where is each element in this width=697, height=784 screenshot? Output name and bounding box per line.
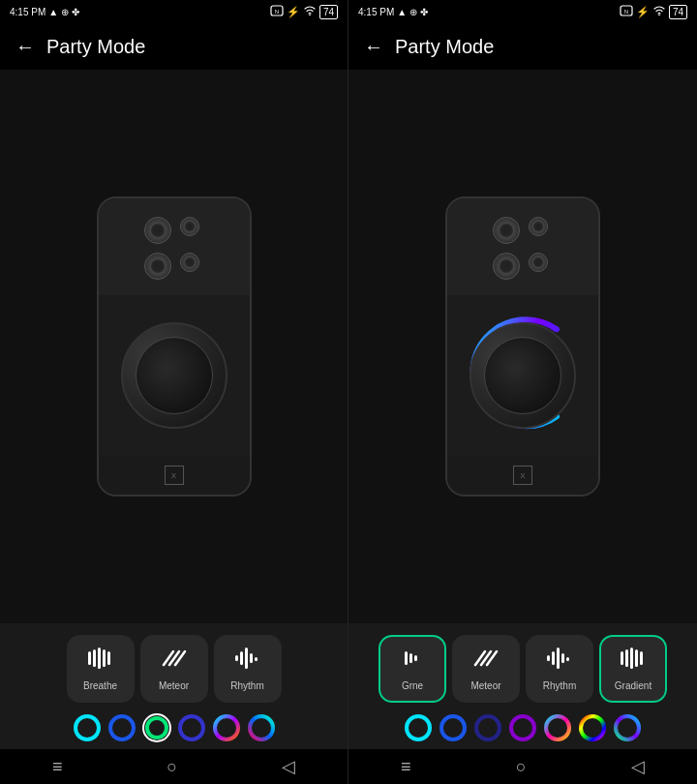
svg-point-2 — [309, 15, 311, 16]
svg-rect-35 — [561, 653, 564, 663]
page-title-left: Party Mode — [46, 36, 145, 58]
gradient-icon — [619, 648, 648, 675]
nav-home-right[interactable]: ○ — [516, 757, 527, 777]
grne-icon — [401, 648, 424, 675]
svg-rect-36 — [566, 657, 569, 661]
svg-point-46 — [546, 716, 569, 739]
camera-lens-3 — [144, 253, 171, 280]
mode-btn-rhythm-left[interactable]: Rhythm — [214, 635, 282, 703]
mode-buttons-left: Breathe Meteor — [8, 635, 340, 703]
color-rings-right — [356, 712, 689, 743]
alert-icon: ▲ — [48, 7, 58, 17]
status-bar-left: 4:15 PM ▲ ⊕ ✤ N ⚡ — [0, 0, 348, 23]
back-button-right[interactable]: ← — [364, 36, 383, 58]
header-left: ← Party Mode — [0, 23, 348, 70]
meteor-icon-right — [471, 648, 500, 675]
phone-body-left — [99, 295, 250, 456]
grne-label: Grne — [402, 680, 423, 691]
mode-buttons-right: Grne Meteor — [356, 635, 689, 703]
breathe-icon — [86, 648, 115, 675]
svg-rect-39 — [630, 648, 633, 669]
svg-text:N: N — [275, 9, 279, 15]
rhythm-icon-right — [545, 648, 574, 675]
ring-darkblue-r[interactable] — [472, 712, 503, 743]
camera-grid-left — [144, 217, 212, 285]
ring-gradient-1a[interactable] — [211, 712, 242, 743]
nav-back-left[interactable]: ◁ — [282, 756, 295, 777]
svg-rect-11 — [235, 655, 238, 661]
mode-btn-grne[interactable]: Grne — [379, 635, 446, 703]
page-title-right: Party Mode — [395, 36, 494, 58]
brand-logo-right: X — [513, 466, 532, 485]
ring-cyan-1[interactable] — [72, 712, 103, 743]
svg-point-20 — [180, 716, 203, 739]
nav-menu-left[interactable]: ≡ — [52, 757, 63, 777]
ring-blue-1[interactable] — [106, 712, 137, 743]
ring-darkblue-1[interactable] — [176, 712, 207, 743]
bottom-panel-right: Grne Meteor — [348, 623, 697, 749]
left-screen: 4:15 PM ▲ ⊕ ✤ N ⚡ — [0, 0, 348, 784]
nav-menu-right[interactable]: ≡ — [401, 757, 411, 777]
rhythm-label-left: Rhythm — [230, 680, 263, 691]
mode-btn-meteor-left[interactable]: Meteor — [140, 635, 208, 703]
nfc-icon-right: N — [620, 5, 633, 18]
svg-point-16 — [76, 716, 99, 739]
bluetooth-icon-left: ⚡ — [287, 6, 300, 18]
ring-cyan-r[interactable] — [403, 712, 434, 743]
mode-btn-meteor-right[interactable]: Meteor — [452, 635, 520, 703]
svg-rect-15 — [255, 657, 258, 661]
camera-lens-4 — [180, 253, 199, 272]
meteor-label-left: Meteor — [159, 680, 189, 691]
ring-multicolor-r[interactable] — [577, 712, 608, 743]
ring-gradient-r3[interactable] — [612, 712, 643, 743]
nav-bar-left: ≡ ○ ◁ — [0, 749, 348, 784]
nav-home-left[interactable]: ○ — [167, 757, 177, 777]
svg-point-42 — [407, 716, 430, 739]
status-bar-right: 4:15 PM ▲ ⊕ ✤ N ⚡ — [348, 0, 697, 23]
svg-rect-34 — [557, 648, 560, 669]
svg-point-47 — [581, 716, 604, 739]
mode-btn-rhythm-right[interactable]: Rhythm — [526, 635, 593, 703]
time-right: 4:15 PM — [358, 7, 394, 17]
header-right: ← Party Mode — [348, 23, 697, 70]
nav-bar-right: ≡ ○ ◁ — [348, 749, 697, 784]
phone-display-left: X — [0, 70, 348, 623]
svg-rect-5 — [98, 648, 101, 669]
svg-point-44 — [476, 716, 500, 739]
alert-icon-right: ▲ — [397, 7, 407, 17]
phone-bottom-left: X — [99, 456, 250, 495]
ring-blue-r[interactable] — [438, 712, 469, 743]
svg-rect-6 — [103, 649, 106, 667]
svg-rect-37 — [621, 651, 623, 665]
mode-btn-breathe[interactable]: Breathe — [67, 635, 135, 703]
svg-rect-40 — [635, 649, 638, 667]
svg-point-22 — [250, 716, 273, 739]
phone-mockup-right: X — [445, 196, 600, 497]
svg-point-21 — [215, 716, 238, 739]
ring-gradient-2a[interactable] — [246, 712, 277, 743]
svg-point-25 — [658, 15, 660, 16]
battery-right: 74 — [669, 5, 687, 19]
back-button-left[interactable]: ← — [15, 36, 35, 58]
speaker-inner-right — [484, 337, 561, 414]
mode-btn-gradient[interactable]: Gradient — [599, 635, 667, 703]
signal-icon-right: ⊕ — [409, 7, 417, 17]
nav-back-right[interactable]: ◁ — [631, 756, 645, 777]
ring-gradient-r1[interactable] — [542, 712, 573, 743]
svg-text:N: N — [624, 9, 628, 15]
speaker-inner-left — [136, 337, 213, 414]
camera-lens-r1 — [493, 217, 520, 244]
svg-rect-3 — [88, 651, 91, 665]
camera-lens-r2 — [529, 217, 548, 236]
speaker-right — [470, 322, 576, 429]
svg-rect-4 — [93, 649, 96, 667]
ring-green-selected[interactable] — [141, 712, 172, 743]
settings-icon-right: ✤ — [420, 7, 428, 17]
right-screen: 4:15 PM ▲ ⊕ ✤ N ⚡ — [348, 0, 697, 784]
camera-area-left — [99, 198, 250, 295]
camera-area-right — [447, 198, 598, 295]
svg-rect-28 — [414, 655, 417, 661]
ring-purple-r[interactable] — [507, 712, 538, 743]
svg-point-43 — [441, 716, 465, 739]
bluetooth-icon-right: ⚡ — [636, 6, 650, 18]
